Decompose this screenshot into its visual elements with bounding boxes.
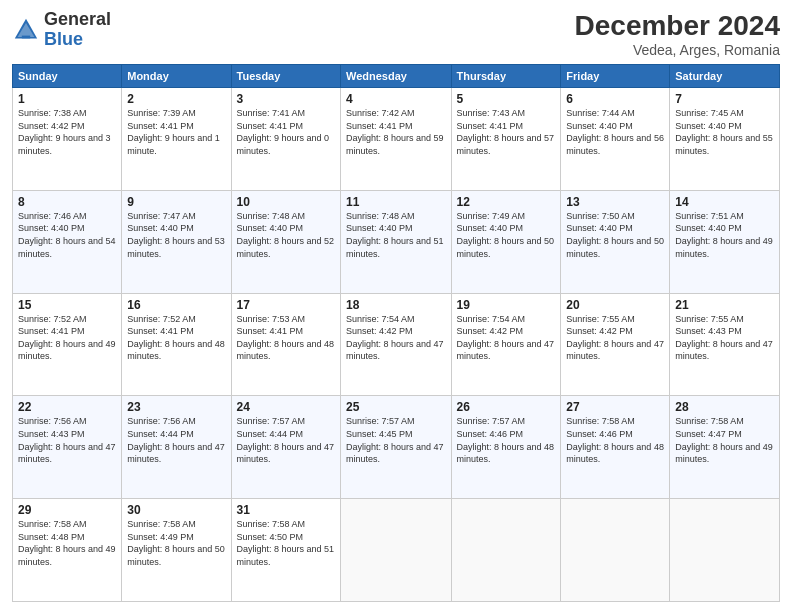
calendar-cell: 26Sunrise: 7:57 AMSunset: 4:46 PMDayligh… xyxy=(451,396,561,499)
calendar-cell: 19Sunrise: 7:54 AMSunset: 4:42 PMDayligh… xyxy=(451,293,561,396)
calendar-cell: 13Sunrise: 7:50 AMSunset: 4:40 PMDayligh… xyxy=(561,190,670,293)
calendar-cell: 28Sunrise: 7:58 AMSunset: 4:47 PMDayligh… xyxy=(670,396,780,499)
day-number: 3 xyxy=(237,92,335,106)
month-title: December 2024 xyxy=(575,10,780,42)
calendar-cell: 6Sunrise: 7:44 AMSunset: 4:40 PMDaylight… xyxy=(561,88,670,191)
day-number: 14 xyxy=(675,195,774,209)
day-number: 5 xyxy=(457,92,556,106)
calendar-cell: 25Sunrise: 7:57 AMSunset: 4:45 PMDayligh… xyxy=(341,396,452,499)
day-info: Sunrise: 7:38 AMSunset: 4:42 PMDaylight:… xyxy=(18,108,111,156)
day-number: 12 xyxy=(457,195,556,209)
calendar-week-row: 1Sunrise: 7:38 AMSunset: 4:42 PMDaylight… xyxy=(13,88,780,191)
day-number: 9 xyxy=(127,195,225,209)
day-info: Sunrise: 7:46 AMSunset: 4:40 PMDaylight:… xyxy=(18,211,116,259)
day-info: Sunrise: 7:48 AMSunset: 4:40 PMDaylight:… xyxy=(346,211,444,259)
day-number: 20 xyxy=(566,298,664,312)
day-number: 25 xyxy=(346,400,446,414)
calendar-cell xyxy=(561,499,670,602)
logo: General Blue xyxy=(12,10,111,50)
calendar-cell xyxy=(670,499,780,602)
calendar-cell: 14Sunrise: 7:51 AMSunset: 4:40 PMDayligh… xyxy=(670,190,780,293)
calendar-week-row: 22Sunrise: 7:56 AMSunset: 4:43 PMDayligh… xyxy=(13,396,780,499)
page: General Blue December 2024 Vedea, Arges,… xyxy=(0,0,792,612)
day-info: Sunrise: 7:55 AMSunset: 4:42 PMDaylight:… xyxy=(566,314,664,362)
calendar-cell: 20Sunrise: 7:55 AMSunset: 4:42 PMDayligh… xyxy=(561,293,670,396)
logo-text: General Blue xyxy=(44,10,111,50)
day-info: Sunrise: 7:45 AMSunset: 4:40 PMDaylight:… xyxy=(675,108,773,156)
calendar-cell: 7Sunrise: 7:45 AMSunset: 4:40 PMDaylight… xyxy=(670,88,780,191)
calendar-cell: 31Sunrise: 7:58 AMSunset: 4:50 PMDayligh… xyxy=(231,499,340,602)
day-info: Sunrise: 7:56 AMSunset: 4:43 PMDaylight:… xyxy=(18,416,116,464)
day-number: 15 xyxy=(18,298,116,312)
calendar-week-row: 15Sunrise: 7:52 AMSunset: 4:41 PMDayligh… xyxy=(13,293,780,396)
calendar-cell: 21Sunrise: 7:55 AMSunset: 4:43 PMDayligh… xyxy=(670,293,780,396)
day-number: 22 xyxy=(18,400,116,414)
day-info: Sunrise: 7:52 AMSunset: 4:41 PMDaylight:… xyxy=(127,314,225,362)
day-number: 1 xyxy=(18,92,116,106)
day-number: 16 xyxy=(127,298,225,312)
header: General Blue December 2024 Vedea, Arges,… xyxy=(12,10,780,58)
calendar-cell: 8Sunrise: 7:46 AMSunset: 4:40 PMDaylight… xyxy=(13,190,122,293)
day-info: Sunrise: 7:57 AMSunset: 4:44 PMDaylight:… xyxy=(237,416,335,464)
day-info: Sunrise: 7:58 AMSunset: 4:46 PMDaylight:… xyxy=(566,416,664,464)
day-info: Sunrise: 7:48 AMSunset: 4:40 PMDaylight:… xyxy=(237,211,335,259)
day-number: 26 xyxy=(457,400,556,414)
calendar-cell: 3Sunrise: 7:41 AMSunset: 4:41 PMDaylight… xyxy=(231,88,340,191)
col-header-monday: Monday xyxy=(122,65,231,88)
col-header-wednesday: Wednesday xyxy=(341,65,452,88)
calendar-cell: 1Sunrise: 7:38 AMSunset: 4:42 PMDaylight… xyxy=(13,88,122,191)
col-header-friday: Friday xyxy=(561,65,670,88)
calendar-cell xyxy=(451,499,561,602)
day-number: 21 xyxy=(675,298,774,312)
day-number: 27 xyxy=(566,400,664,414)
day-info: Sunrise: 7:51 AMSunset: 4:40 PMDaylight:… xyxy=(675,211,773,259)
day-info: Sunrise: 7:44 AMSunset: 4:40 PMDaylight:… xyxy=(566,108,664,156)
day-number: 30 xyxy=(127,503,225,517)
calendar-week-row: 8Sunrise: 7:46 AMSunset: 4:40 PMDaylight… xyxy=(13,190,780,293)
day-info: Sunrise: 7:54 AMSunset: 4:42 PMDaylight:… xyxy=(346,314,444,362)
calendar-header-row: SundayMondayTuesdayWednesdayThursdayFrid… xyxy=(13,65,780,88)
col-header-sunday: Sunday xyxy=(13,65,122,88)
calendar-cell: 17Sunrise: 7:53 AMSunset: 4:41 PMDayligh… xyxy=(231,293,340,396)
logo-blue: Blue xyxy=(44,29,83,49)
calendar-cell: 4Sunrise: 7:42 AMSunset: 4:41 PMDaylight… xyxy=(341,88,452,191)
day-number: 8 xyxy=(18,195,116,209)
calendar-cell: 9Sunrise: 7:47 AMSunset: 4:40 PMDaylight… xyxy=(122,190,231,293)
location-title: Vedea, Arges, Romania xyxy=(575,42,780,58)
logo-icon xyxy=(12,16,40,44)
day-info: Sunrise: 7:50 AMSunset: 4:40 PMDaylight:… xyxy=(566,211,664,259)
day-number: 29 xyxy=(18,503,116,517)
day-info: Sunrise: 7:52 AMSunset: 4:41 PMDaylight:… xyxy=(18,314,116,362)
day-number: 18 xyxy=(346,298,446,312)
day-number: 10 xyxy=(237,195,335,209)
day-info: Sunrise: 7:47 AMSunset: 4:40 PMDaylight:… xyxy=(127,211,225,259)
day-number: 17 xyxy=(237,298,335,312)
calendar-cell: 29Sunrise: 7:58 AMSunset: 4:48 PMDayligh… xyxy=(13,499,122,602)
day-info: Sunrise: 7:57 AMSunset: 4:46 PMDaylight:… xyxy=(457,416,555,464)
day-info: Sunrise: 7:54 AMSunset: 4:42 PMDaylight:… xyxy=(457,314,555,362)
calendar-cell: 5Sunrise: 7:43 AMSunset: 4:41 PMDaylight… xyxy=(451,88,561,191)
calendar-cell xyxy=(341,499,452,602)
day-info: Sunrise: 7:42 AMSunset: 4:41 PMDaylight:… xyxy=(346,108,444,156)
calendar-week-row: 29Sunrise: 7:58 AMSunset: 4:48 PMDayligh… xyxy=(13,499,780,602)
day-number: 11 xyxy=(346,195,446,209)
day-info: Sunrise: 7:39 AMSunset: 4:41 PMDaylight:… xyxy=(127,108,220,156)
day-info: Sunrise: 7:55 AMSunset: 4:43 PMDaylight:… xyxy=(675,314,773,362)
calendar-cell: 15Sunrise: 7:52 AMSunset: 4:41 PMDayligh… xyxy=(13,293,122,396)
calendar-table: SundayMondayTuesdayWednesdayThursdayFrid… xyxy=(12,64,780,602)
day-number: 6 xyxy=(566,92,664,106)
calendar-cell: 24Sunrise: 7:57 AMSunset: 4:44 PMDayligh… xyxy=(231,396,340,499)
day-info: Sunrise: 7:58 AMSunset: 4:50 PMDaylight:… xyxy=(237,519,335,567)
calendar-cell: 10Sunrise: 7:48 AMSunset: 4:40 PMDayligh… xyxy=(231,190,340,293)
day-info: Sunrise: 7:43 AMSunset: 4:41 PMDaylight:… xyxy=(457,108,555,156)
calendar-cell: 18Sunrise: 7:54 AMSunset: 4:42 PMDayligh… xyxy=(341,293,452,396)
calendar-cell: 12Sunrise: 7:49 AMSunset: 4:40 PMDayligh… xyxy=(451,190,561,293)
day-number: 4 xyxy=(346,92,446,106)
calendar-cell: 23Sunrise: 7:56 AMSunset: 4:44 PMDayligh… xyxy=(122,396,231,499)
col-header-tuesday: Tuesday xyxy=(231,65,340,88)
day-number: 7 xyxy=(675,92,774,106)
day-info: Sunrise: 7:41 AMSunset: 4:41 PMDaylight:… xyxy=(237,108,330,156)
day-number: 31 xyxy=(237,503,335,517)
day-info: Sunrise: 7:49 AMSunset: 4:40 PMDaylight:… xyxy=(457,211,555,259)
logo-general: General xyxy=(44,9,111,29)
